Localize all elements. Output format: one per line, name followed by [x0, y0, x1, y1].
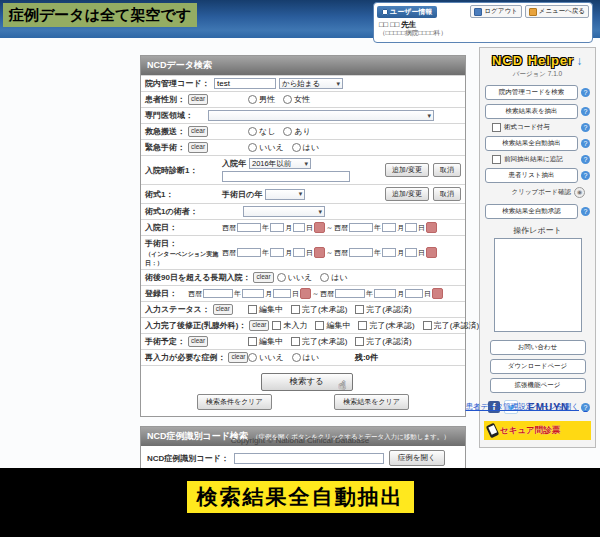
adm-diagnosis-input[interactable]	[222, 171, 350, 182]
calendar-icon[interactable]	[314, 222, 325, 233]
gender-clear-button[interactable]: clear	[188, 94, 208, 104]
status-done-unapproved-checkbox[interactable]	[291, 305, 300, 314]
op-year-select[interactable]: ▾	[265, 189, 305, 200]
append-previous-checkbox[interactable]	[492, 155, 501, 164]
adm-diagnosis-cancel-button[interactable]: 取消	[433, 163, 461, 177]
hospital-code-input[interactable]	[214, 78, 276, 89]
contact-button[interactable]: お問い合わせ	[490, 340, 586, 355]
op-from-year-input[interactable]	[237, 248, 261, 257]
status-editing-checkbox[interactable]	[248, 305, 257, 314]
post-fix-editing-checkbox[interactable]	[315, 321, 324, 330]
adm-from-year-input[interactable]	[237, 223, 261, 232]
adm-to-day-input[interactable]	[405, 223, 417, 232]
help-icon[interactable]: ?	[581, 123, 590, 132]
surgeon-select[interactable]: ▾	[243, 206, 325, 217]
adm-year-select[interactable]: 2016年以前 ▾	[249, 158, 311, 169]
post-fix-clear-button[interactable]: clear	[249, 320, 269, 330]
reg-from-day-input[interactable]	[273, 289, 291, 298]
reinput-no-radio[interactable]	[248, 353, 257, 362]
gender-male-radio[interactable]	[248, 95, 257, 104]
op-to-month-input[interactable]	[382, 248, 396, 257]
op-from-day-input[interactable]	[293, 248, 305, 257]
logout-button[interactable]: ログアウト	[470, 5, 521, 18]
op-from-month-input[interactable]	[270, 248, 284, 257]
auto-approve-button[interactable]: 検索結果全自動承認	[485, 204, 578, 219]
calendar-icon[interactable]	[314, 247, 325, 258]
reg-to-year-input[interactable]	[335, 289, 365, 298]
match-type-select[interactable]: から始まる ▾	[279, 78, 343, 89]
long-stay-no-radio[interactable]	[277, 273, 286, 282]
reg-to-month-input[interactable]	[374, 289, 396, 298]
surgeon-label: 術式1の術者：	[145, 206, 240, 217]
schedule-editing-checkbox[interactable]	[248, 337, 257, 346]
patient-list-extract-button[interactable]: 患者リスト抽出	[485, 168, 578, 183]
gender-female-radio[interactable]	[283, 95, 292, 104]
operation-report-textarea[interactable]	[494, 238, 582, 332]
ncd-data-search-panel: NCDデータ検索 院内管理コード： から始まる ▾ 患者性別： clear 男性	[140, 55, 466, 417]
adm-to-year-input[interactable]	[349, 223, 373, 232]
procedure-code-checkbox[interactable]	[492, 123, 501, 132]
case-code-input[interactable]	[234, 453, 384, 464]
schedule-done-approved-checkbox[interactable]	[355, 337, 364, 346]
schedule-done-unapproved-checkbox[interactable]	[291, 337, 300, 346]
hospital-code-label: 院内管理コード：	[145, 78, 211, 89]
transport-yes-radio[interactable]	[283, 127, 292, 136]
em-surgery-clear-button[interactable]: clear	[188, 142, 208, 152]
help-icon[interactable]: ?	[581, 403, 590, 412]
download-page-button[interactable]: ダウンロードページ	[490, 359, 586, 374]
calendar-icon[interactable]	[426, 222, 437, 233]
reg-to-day-input[interactable]	[405, 289, 423, 298]
status-done-approved-checkbox[interactable]	[355, 305, 364, 314]
op-to-day-input[interactable]	[405, 248, 417, 257]
specialty-select[interactable]: ▾	[208, 110, 434, 121]
reg-from-month-input[interactable]	[242, 289, 264, 298]
extract-results-table-button[interactable]: 検索結果表を抽出	[485, 104, 578, 119]
hospital-code-search-button[interactable]: 院内管理コードを検索	[485, 85, 578, 100]
help-icon[interactable]: ?	[581, 107, 590, 116]
patient-data-settings-link[interactable]: 患者データ管理設定ページを開く ?	[465, 402, 590, 412]
help-icon[interactable]: ?	[581, 171, 590, 180]
calendar-icon[interactable]	[426, 247, 437, 258]
op-to-year-input[interactable]	[349, 248, 373, 257]
adm-from-month-input[interactable]	[270, 223, 284, 232]
procedure-cancel-button[interactable]: 取消	[433, 187, 461, 201]
help-icon[interactable]: ?	[581, 155, 590, 164]
help-icon[interactable]: ?	[581, 207, 590, 216]
calendar-icon[interactable]	[432, 288, 443, 299]
reg-from-year-input[interactable]	[203, 289, 233, 298]
post-fix-done-unapproved-checkbox[interactable]	[358, 321, 367, 330]
help-icon[interactable]: ?	[581, 88, 590, 97]
adm-from-day-input[interactable]	[293, 223, 305, 232]
reinput-clear-button[interactable]: clear	[228, 352, 248, 362]
schedule-clear-button[interactable]: clear	[188, 336, 208, 346]
reinput-yes-radio[interactable]	[292, 353, 301, 362]
calendar-icon[interactable]	[300, 288, 311, 299]
help-icon[interactable]: ?	[581, 139, 590, 148]
adm-to-month-input[interactable]	[382, 223, 396, 232]
auto-extract-button[interactable]: 検索結果全自動抽出	[485, 136, 578, 151]
row-reinput: 再入力が必要な症例： clear いいえ はい 残:0件	[141, 349, 465, 365]
procedure-add-button[interactable]: 追加/変更	[385, 187, 429, 201]
post-fix-done-approved-checkbox[interactable]	[423, 321, 432, 330]
post-fix-not-entered-checkbox[interactable]	[272, 321, 281, 330]
tab-user-info[interactable]: ユーザー情報	[377, 6, 437, 18]
status-clear-button[interactable]: clear	[213, 304, 233, 314]
clipboard-check-icon[interactable]: ◉	[574, 187, 585, 198]
clear-results-button[interactable]: 検索結果をクリア	[334, 394, 409, 410]
helper-row: 術式コード付与 ?	[492, 123, 590, 132]
transport-no-radio[interactable]	[248, 127, 257, 136]
extension-page-button[interactable]: 拡張機能ページ	[490, 378, 586, 393]
long-stay-yes-radio[interactable]	[320, 273, 329, 282]
em-surgery-yes-radio[interactable]	[292, 143, 301, 152]
chevron-down-icon: ▾	[299, 190, 303, 198]
long-stay-clear-button[interactable]: clear	[253, 272, 273, 282]
clear-conditions-button[interactable]: 検索条件をクリア	[197, 394, 272, 410]
transport-clear-button[interactable]: clear	[188, 126, 208, 136]
transport-label: 救急搬送：	[145, 126, 185, 137]
adm-diagnosis-add-button[interactable]: 追加/変更	[385, 163, 429, 177]
em-surgery-no-radio[interactable]	[248, 143, 257, 152]
bottom-band: 検索結果全自動抽出	[0, 468, 600, 537]
back-to-menu-button[interactable]: メニューへ戻る	[525, 5, 589, 18]
open-case-button[interactable]: 症例を開く	[389, 450, 445, 466]
helper-row: 院内管理コードを検索 ?	[485, 85, 590, 100]
